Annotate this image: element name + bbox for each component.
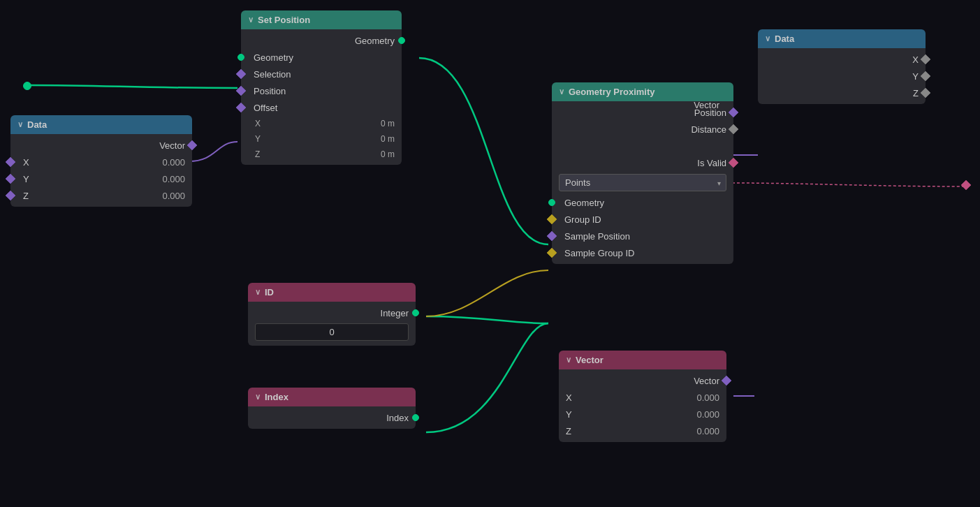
index-title: Index [265,392,288,402]
offset-x-row: X 0 m [241,116,402,131]
index-output-socket[interactable] [412,414,419,421]
vector-y-row: Y 0.000 [559,406,726,422]
offset-z-row: Z 0 m [241,147,402,162]
id-value-row [248,321,416,343]
vector-input-socket[interactable] [722,376,731,385]
position-output-socket[interactable] [729,108,738,117]
geometry-input-socket[interactable] [237,54,244,61]
id-value-input[interactable] [255,323,409,341]
data-left-header[interactable]: ∨ Data [10,115,192,134]
z-left-socket[interactable] [6,191,15,200]
gp-groupid-input: Group ID [552,211,733,228]
vector-node: ∨ Vector Vector X 0.000 Y 0.000 Z 0.000 [559,351,726,442]
data-left-node: ∨ Data Vector X 0.000 Y 0.000 Z [10,115,192,207]
set-position-chevron: ∨ [248,15,254,24]
offset-y-row: Y 0 m [241,131,402,147]
gp-samplepos-socket[interactable] [547,231,557,241]
distance-output-socket[interactable] [729,124,738,134]
position-input-socket[interactable] [236,86,246,96]
vector-input-row: Vector [559,372,726,389]
vector-x-row: X 0.000 [559,389,726,406]
data-right-title: Data [775,34,794,44]
vector-title: Vector [576,355,604,365]
selection-input-socket[interactable] [236,69,246,79]
data-z-row: Z 0.000 [10,187,192,204]
id-integer-output: Integer [248,304,416,321]
outer-right-terminal[interactable] [961,180,971,190]
set-position-geometry-input: Geometry [241,49,402,66]
gp-samplegroupid-input: Sample Group ID [552,244,733,261]
index-body: Index [248,406,416,429]
id-node: ∨ ID Integer [248,283,416,346]
id-body: Integer [248,302,416,346]
index-header[interactable]: ∨ Index [248,388,416,406]
data-right-node: ∨ Data X Y Z [758,29,926,104]
geometry-proximity-body: Position Distance Vector Is Valid Points [552,101,733,264]
set-position-body: Geometry Geometry Selection Position Of [241,29,402,165]
y-right-socket[interactable] [921,71,930,81]
data-right-header[interactable]: ∨ Data [758,29,926,48]
x-left-socket[interactable] [6,157,15,167]
data-right-z: Z [758,84,926,101]
id-title: ID [265,287,274,297]
data-left-title: Data [27,119,47,130]
data-x-row: X 0.000 [10,154,192,170]
set-position-title: Set Position [258,15,310,25]
outer-left-socket[interactable] [23,82,31,90]
vector-z-row: Z 0.000 [559,422,726,439]
integer-output-socket[interactable] [412,309,419,316]
data-right-x: X [758,51,926,68]
vector-header[interactable]: ∨ Vector [559,351,726,369]
set-position-selection-input: Selection [241,66,402,82]
z-right-socket[interactable] [921,88,930,98]
geometry-proximity-node: ∨ Geometry Proximity Position Distance V… [552,82,733,264]
geometry-output-socket[interactable] [398,37,405,44]
gp-isvalid-output: Is Valid [552,154,733,171]
id-header[interactable]: ∨ ID [248,283,416,302]
data-left-vector-output: Vector [10,137,192,154]
gp-distance-output: Distance [552,121,733,138]
gp-sampleposition-input: Sample Position [552,228,733,244]
y-left-socket[interactable] [6,174,15,184]
vector-body: Vector X 0.000 Y 0.000 Z 0.000 [559,369,726,442]
index-node: ∨ Index Index [248,388,416,429]
set-position-header[interactable]: ∨ Set Position [241,10,402,29]
geometry-proximity-header[interactable]: ∨ Geometry Proximity [552,82,733,101]
data-left-body: Vector X 0.000 Y 0.000 Z 0.000 [10,134,192,207]
data-y-row: Y 0.000 [10,170,192,187]
set-position-node: ∨ Set Position Geometry Geometry Selecti… [241,10,402,165]
gp-vector-label: Vector [552,138,733,154]
set-position-position-input: Position [241,82,402,99]
data-right-y: Y [758,68,926,84]
set-position-offset-input: Offset [241,99,402,116]
gp-geometry-socket[interactable] [548,199,555,206]
gp-samplegroupid-socket[interactable] [547,248,557,258]
gp-type-select[interactable]: Points Edges Faces [559,174,726,191]
vector-output-socket[interactable] [187,140,197,150]
gp-type-select-wrapper: Points Edges Faces ▾ [552,171,733,194]
geometry-proximity-title: Geometry Proximity [569,87,655,97]
isvalid-output-socket[interactable] [729,158,738,168]
offset-input-socket[interactable] [236,103,246,112]
gp-geometry-input: Geometry [552,194,733,211]
index-output: Index [248,409,416,426]
gp-groupid-socket[interactable] [547,214,557,224]
data-right-body: X Y Z [758,48,926,104]
set-position-geometry-output: Geometry [241,32,402,49]
x-right-socket[interactable] [921,54,930,64]
